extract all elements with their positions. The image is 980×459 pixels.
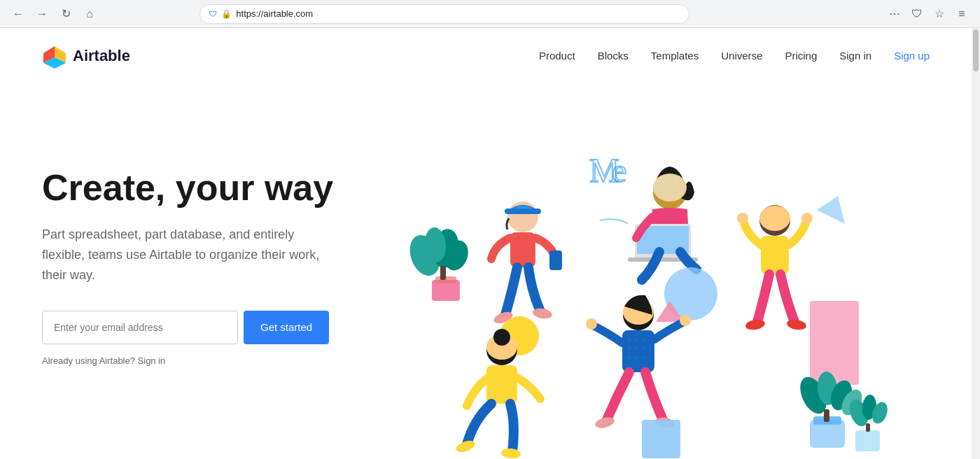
svg-point-38 [628, 338, 631, 341]
navbar: Airtable Product Blocks Templates Univer… [0, 28, 972, 84]
svg-rect-11 [505, 209, 541, 214]
svg-point-42 [635, 347, 638, 350]
svg-rect-9 [440, 266, 446, 280]
signin-prompt: Already using Airtable? Sign in [42, 355, 333, 366]
svg-point-47 [586, 318, 597, 330]
plant-small-right [846, 394, 890, 451]
back-button[interactable]: ← [8, 4, 28, 24]
browser-controls: ← → ↻ ⌂ [8, 4, 99, 24]
logo-icon [42, 43, 67, 69]
browser-chrome: ← → ↻ ⌂ 🛡 🔒 https://airtable.com ⋯ 🛡 ☆ ≡ [0, 0, 980, 28]
nav-links: Product Blocks Templates Universe Pricin… [539, 50, 930, 62]
svg-rect-37 [622, 330, 654, 372]
forward-button[interactable]: → [32, 4, 52, 24]
svg-point-25 [760, 206, 790, 231]
hero-illustration: M e [375, 126, 930, 459]
svg-rect-13 [550, 250, 562, 270]
nav-universe[interactable]: Universe [721, 50, 762, 62]
url-text: https://airtable.com [236, 8, 313, 19]
nav-product[interactable]: Product [539, 50, 575, 62]
hero-title: Create, your way [42, 168, 333, 208]
star-button[interactable]: ☆ [930, 4, 949, 24]
scribble-decoration: M e [589, 152, 628, 224]
email-input[interactable] [42, 311, 238, 344]
svg-rect-70 [866, 423, 870, 432]
svg-point-41 [628, 347, 631, 350]
svg-point-39 [635, 338, 638, 341]
more-button[interactable]: ⋯ [885, 4, 904, 24]
nav-templates[interactable]: Templates [651, 50, 699, 62]
plant-left [405, 227, 472, 301]
nav-pricing[interactable]: Pricing [785, 50, 817, 62]
svg-marker-33 [817, 196, 845, 224]
svg-point-45 [635, 356, 638, 359]
svg-text:e: e [612, 152, 626, 189]
svg-rect-34 [810, 301, 859, 385]
svg-rect-54 [486, 365, 517, 404]
get-started-button[interactable]: Get started [244, 311, 329, 344]
hero-form: Get started [42, 311, 333, 344]
svg-point-43 [642, 347, 645, 350]
svg-point-44 [628, 356, 631, 359]
svg-rect-26 [761, 236, 789, 274]
hero-left: Create, your way Part spreadsheet, part … [42, 126, 333, 366]
svg-rect-65 [824, 409, 830, 422]
nav-signup[interactable]: Sign up [894, 50, 930, 62]
figure-woman-laptop [628, 167, 698, 280]
page-content: Airtable Product Blocks Templates Univer… [0, 28, 972, 459]
svg-point-28 [802, 213, 813, 224]
shield-button[interactable]: 🛡 [907, 4, 927, 24]
svg-point-46 [642, 356, 645, 359]
browser-actions: ⋯ 🛡 ☆ ≡ [885, 4, 972, 24]
hero-section: Create, your way Part spreadsheet, part … [0, 84, 972, 459]
svg-rect-66 [855, 430, 880, 451]
figure-man-yellow [737, 205, 813, 331]
nav-blocks[interactable]: Blocks [598, 50, 629, 62]
address-bar[interactable]: 🛡 🔒 https://airtable.com [200, 4, 690, 24]
svg-point-27 [737, 213, 748, 224]
svg-point-48 [680, 315, 691, 326]
hero-subtitle: Part spreadsheet, part database, and ent… [42, 225, 322, 285]
svg-point-18 [653, 174, 687, 202]
scrollbar-thumb[interactable] [973, 29, 979, 71]
svg-point-40 [642, 338, 645, 341]
home-button[interactable]: ⌂ [80, 4, 99, 24]
logo-link[interactable]: Airtable [42, 43, 130, 69]
svg-rect-58 [642, 420, 680, 458]
nav-signin[interactable]: Sign in [839, 50, 872, 62]
menu-button[interactable]: ≡ [952, 4, 972, 24]
svg-point-56 [501, 448, 522, 459]
refresh-button[interactable]: ↻ [56, 4, 76, 24]
scrollbar[interactable] [972, 28, 980, 459]
svg-point-53 [493, 329, 510, 346]
logo-text: Airtable [73, 47, 130, 65]
shield-icon: 🛡 [209, 9, 217, 19]
lock-icon: 🔒 [221, 9, 232, 19]
